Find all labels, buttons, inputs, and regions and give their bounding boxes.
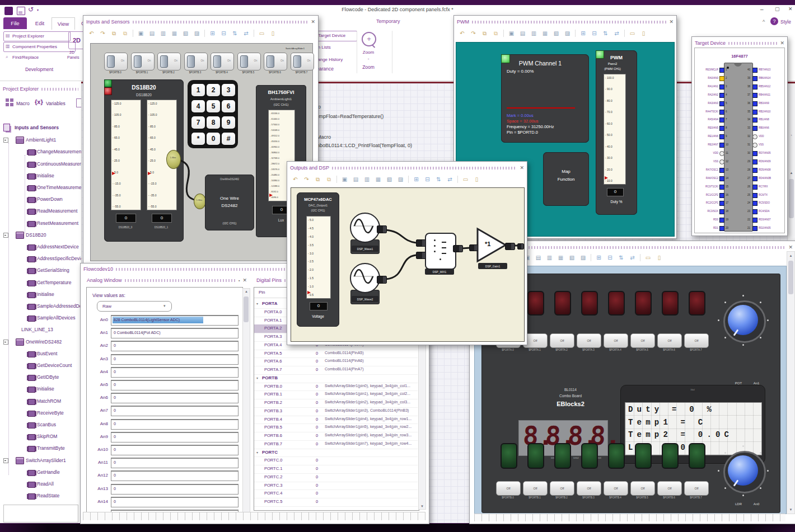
toolbar-icon-3[interactable]: ⧉: [492, 30, 499, 37]
tree-item-macro[interactable]: ReadState: [37, 493, 59, 498]
port-b-button-2[interactable]: Off: [550, 481, 574, 496]
analog-row-input[interactable]: 0: [111, 419, 238, 430]
digital-row[interactable]: PORTB.00SwitchArraySlider1(pin0), keypad…: [254, 383, 418, 392]
toolbar-icon-2[interactable]: ⧉: [314, 176, 321, 183]
pin-connector[interactable]: [719, 126, 724, 131]
toolbar-icon-8[interactable]: ▧: [553, 30, 560, 37]
analog-row-input[interactable]: 0: [111, 341, 238, 351]
scroll-up-icon[interactable]: ▲: [788, 171, 795, 175]
minimize-button[interactable]: –: [760, 6, 764, 12]
port-a-button-3[interactable]: Off: [577, 333, 601, 348]
tree-item-macro[interactable]: AddressNextDevice: [37, 244, 79, 249]
pin-connector[interactable]: [719, 209, 724, 214]
toolbar-icon-6[interactable]: ▥: [160, 30, 167, 37]
pin-connector[interactable]: [719, 185, 724, 190]
digital-row[interactable]: PORTC.10: [254, 465, 418, 474]
app-icon[interactable]: [4, 7, 13, 15]
pin-connector[interactable]: [719, 143, 724, 148]
tab-file[interactable]: File: [3, 17, 27, 29]
toolbar-icon-7[interactable]: ▦: [171, 30, 178, 37]
pin-connector[interactable]: [752, 143, 757, 148]
tree-item-macro[interactable]: Initialise: [37, 386, 54, 392]
toolbar-icon-6[interactable]: ▥: [363, 176, 371, 183]
pin-connector[interactable]: [719, 117, 724, 123]
tree-item-macro[interactable]: BusEvent: [37, 351, 57, 356]
pin-connector[interactable]: [752, 209, 757, 214]
pin-connector[interactable]: [719, 151, 724, 156]
pin-connector[interactable]: [752, 218, 757, 223]
toolbar-icon-8[interactable]: ▧: [386, 176, 393, 183]
dsp-wave2-component[interactable]: [350, 263, 380, 293]
port-b-button-0[interactable]: Off: [496, 481, 521, 496]
tree-item-macro[interactable]: AddressSpecificDevice: [37, 256, 82, 261]
pin-connector[interactable]: [752, 134, 757, 139]
expand-icon[interactable]: [3, 233, 8, 238]
slide-switch[interactable]: On: [291, 53, 314, 70]
pin-connector[interactable]: [719, 101, 724, 106]
digital-row[interactable]: PORTB.50SwitchArraySlider1(pin5), keypad…: [254, 423, 418, 432]
scale-marker[interactable]: [269, 194, 273, 197]
tree-item-macro[interactable]: PowerDown: [37, 196, 63, 202]
toolbar-icon-7[interactable]: ▦: [557, 254, 564, 261]
pin-connector[interactable]: [752, 193, 757, 198]
switch-knob[interactable]: [213, 55, 221, 68]
tree-item-macro[interactable]: ReadAll: [37, 481, 54, 487]
pin-connector[interactable]: [719, 134, 724, 139]
switch-knob[interactable]: [160, 55, 168, 68]
toolbar-icon-9[interactable]: ▨: [193, 30, 200, 37]
toolbar-icon-6[interactable]: ▥: [546, 254, 553, 261]
toolbar-icon-15[interactable]: ▯: [640, 30, 647, 37]
keypad-key-9[interactable]: 9: [222, 116, 235, 129]
toolbar-icon-10[interactable]: ⊞: [579, 30, 587, 37]
scrollbar-thumb[interactable]: [789, 179, 794, 218]
digital-row[interactable]: PORTB.30SwitchArraySlider1(pin3), ComboB…: [254, 407, 418, 416]
group-expand-icon[interactable]: ▾: [256, 450, 258, 454]
tree-item-component[interactable]: SwitchArraySlider1: [26, 458, 66, 463]
pin-connector[interactable]: [719, 159, 724, 164]
tab-edit[interactable]: Edit: [29, 17, 50, 29]
flowchart-text[interactable]: ComboBL0114::LCD_PrintFloat(TempFloat, 0…: [309, 143, 412, 148]
analog-row-input[interactable]: 0: [111, 393, 238, 403]
ribbon-collapse-icon[interactable]: ^: [763, 19, 765, 25]
temporary-tab[interactable]: Temporary: [376, 18, 400, 24]
toolbar-icon-4[interactable]: ▣: [137, 30, 144, 37]
digital-row[interactable]: PORTC.30: [254, 482, 418, 491]
keypad-key-*[interactable]: *: [191, 133, 205, 145]
pin-connector[interactable]: [752, 168, 757, 173]
scroll-down-icon[interactable]: ▼: [419, 505, 425, 508]
pin-connector[interactable]: [752, 226, 757, 231]
slide-switch[interactable]: On: [237, 53, 261, 70]
toolbar-icon-7[interactable]: ▦: [375, 176, 382, 183]
toolbar-icon-8[interactable]: ▧: [568, 254, 576, 261]
port-a-button-5[interactable]: Off: [630, 333, 655, 348]
ldr-knob[interactable]: [728, 455, 758, 486]
dsp-gain-component[interactable]: [476, 227, 507, 263]
toolbar-icon-11[interactable]: ⊟: [220, 30, 227, 37]
digital-row[interactable]: PORTA.70ComboBL0114(PinA7): [254, 366, 418, 375]
analog-row-input[interactable]: 0: [111, 484, 238, 495]
toolbar-icon-6[interactable]: ▥: [530, 30, 537, 37]
tree-item-macro[interactable]: SampleAddressedDevice: [37, 303, 82, 309]
analog-row-input[interactable]: 0: [111, 432, 238, 442]
slide-switch[interactable]: On: [157, 53, 181, 70]
tree-item-macro[interactable]: ScanBus: [37, 422, 56, 427]
pin-connector[interactable]: [719, 168, 724, 173]
scroll-down-icon[interactable]: ▼: [787, 508, 794, 511]
analog-row-input[interactable]: 0: [111, 354, 238, 365]
slide-switch[interactable]: On: [264, 53, 287, 70]
pin-connector[interactable]: [752, 151, 757, 156]
chip-body[interactable]: [724, 63, 753, 232]
dsp-output-connector[interactable]: [517, 243, 524, 249]
toolbar-icon-0[interactable]: ↶: [459, 30, 466, 37]
keypad-key-6[interactable]: 6: [222, 100, 235, 112]
scale-marker[interactable]: [307, 291, 311, 294]
style-button[interactable]: Style: [780, 19, 791, 25]
eblocks-scrollbar[interactable]: ▲ ▼: [787, 251, 795, 514]
analog-close-icon[interactable]: ✕: [242, 277, 247, 283]
toolbar-icon-13[interactable]: ⇄: [446, 176, 453, 183]
toolbar-icon-11[interactable]: ⊟: [424, 176, 431, 183]
toolbar-icon-9[interactable]: ▨: [564, 30, 571, 37]
port-b-button-7[interactable]: Off: [684, 481, 709, 496]
digital-row[interactable]: PORTB.20SwitchArraySlider1(pin2), keypad…: [254, 399, 418, 408]
tree-item-macro[interactable]: TransmitByte: [37, 445, 65, 451]
